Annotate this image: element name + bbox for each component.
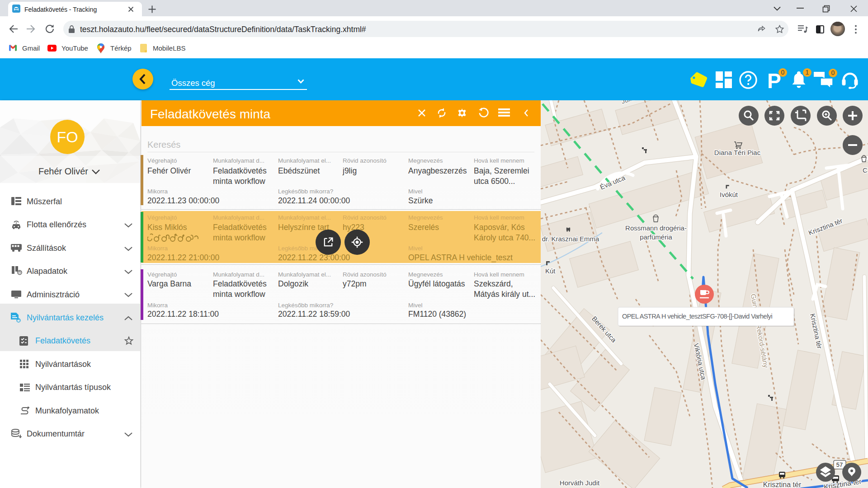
svg-text:OPEL ASTRA H vehicle_tesztSFG-: OPEL ASTRA H vehicle_tesztSFG-708-[]-Dav… <box>622 313 772 320</box>
svg-text:Kút: Kút <box>545 267 556 275</box>
svg-text:dr. Krasznai Emma: dr. Krasznai Emma <box>542 235 599 243</box>
svg-text:57: 57 <box>836 461 843 468</box>
svg-text:Rossmann drogéria-: Rossmann drogéria- <box>625 224 687 232</box>
svg-text:Horváth Judit: Horváth Judit <box>560 479 600 487</box>
svg-text:Krisztina tér: Krisztina tér <box>763 481 802 488</box>
svg-text:Diana Téri Piac: Diana Téri Piac <box>714 149 761 156</box>
svg-text:Ivókút: Ivókút <box>720 191 738 198</box>
svg-text:CBA: CBA <box>863 166 868 174</box>
svg-text:parfüméria: parfüméria <box>640 233 672 241</box>
